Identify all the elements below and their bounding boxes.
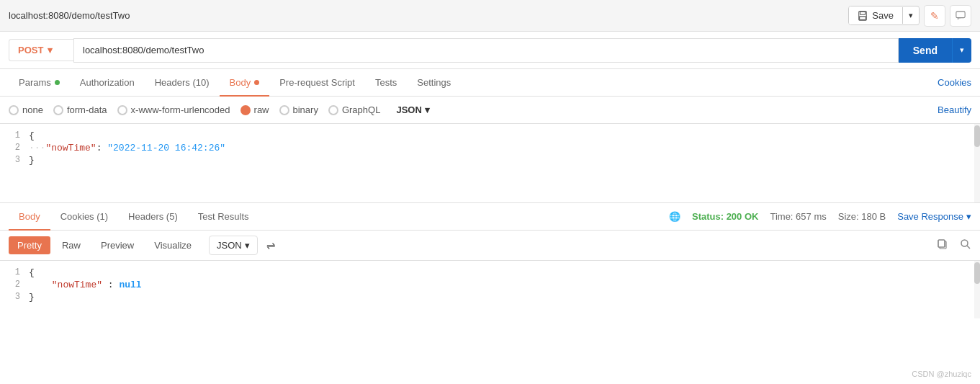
tab-body[interactable]: Body [220, 70, 270, 97]
url-bar: POST ▾ Send ▾ [0, 32, 980, 69]
tab-prerequest[interactable]: Pre-request Script [269, 70, 365, 97]
response-scrollbar[interactable] [974, 261, 980, 318]
tab-params[interactable]: Params [9, 70, 70, 97]
response-format-tabs: Pretty Raw Preview Visualize JSON ▾ ⇌ [0, 231, 980, 261]
fmt-tab-preview[interactable]: Preview [92, 236, 143, 254]
option-none[interactable]: none [9, 104, 43, 115]
radio-binary [279, 105, 289, 115]
svg-rect-1 [860, 11, 866, 14]
option-graphql[interactable]: GraphQL [328, 104, 380, 115]
req-line-3: 3 } [0, 154, 980, 166]
resp-tab-testresults[interactable]: Test Results [188, 204, 259, 231]
url-input[interactable] [73, 38, 899, 63]
radio-form-data [53, 105, 63, 115]
top-bar: localhost:8080/demo/testTwo Save ▾ ✎ [0, 0, 980, 32]
comment-button[interactable] [950, 5, 971, 27]
response-status: 🌐 Status: 200 OK Time: 657 ms Size: 180 … [669, 211, 971, 222]
tab-settings[interactable]: Settings [407, 70, 461, 97]
resp-tab-headers[interactable]: Headers (5) [118, 204, 188, 231]
method-label: POST [18, 45, 43, 55]
save-dropdown-arrow[interactable]: ▾ [902, 7, 919, 24]
tab-headers[interactable]: Headers (10) [145, 70, 220, 97]
wrap-icon[interactable]: ⇌ [266, 239, 276, 252]
svg-rect-2 [860, 16, 866, 19]
response-tabs: Body Cookies (1) Headers (5) Test Result… [0, 203, 980, 231]
option-binary[interactable]: binary [279, 104, 318, 115]
top-bar-actions: Save ▾ ✎ [848, 5, 971, 27]
method-arrow: ▾ [48, 45, 53, 55]
save-response-button[interactable]: Save Response ▾ [897, 211, 971, 222]
radio-urlencoded [117, 105, 127, 115]
svg-line-8 [967, 246, 970, 249]
size-text: Size: 180 B [838, 211, 886, 222]
option-form-data[interactable]: form-data [53, 104, 107, 115]
edit-button[interactable]: ✎ [924, 5, 945, 27]
method-dropdown[interactable]: POST ▾ [9, 39, 73, 61]
fmt-tab-raw[interactable]: Raw [53, 236, 89, 254]
svg-point-7 [961, 240, 968, 246]
page-title: localhost:8080/demo/testTwo [9, 10, 130, 21]
resp-tab-body[interactable]: Body [9, 204, 50, 231]
json-format-dropdown[interactable]: JSON ▾ [396, 104, 429, 115]
option-raw[interactable]: raw [240, 104, 269, 115]
resp-line-3: 3 } [0, 291, 980, 303]
body-dot [254, 80, 259, 85]
send-button[interactable]: Send [899, 38, 952, 63]
send-dropdown-arrow[interactable]: ▾ [952, 38, 971, 63]
resp-line-1: 1 { [0, 267, 980, 279]
save-button-group: Save ▾ [848, 6, 920, 25]
fmt-tab-visualize[interactable]: Visualize [145, 236, 200, 254]
response-format-dropdown[interactable]: JSON ▾ [209, 236, 258, 255]
comment-icon [956, 11, 966, 21]
response-editor[interactable]: 1 { 2 "nowTime" : null 3 } [0, 261, 980, 318]
send-button-group: Send ▾ [899, 38, 971, 63]
globe-icon: 🌐 [669, 211, 680, 222]
save-button[interactable]: Save [849, 6, 902, 24]
save-icon [858, 11, 868, 21]
watermark: CSDN @zhuziqc [912, 370, 971, 378]
response-scrollbar-thumb [974, 262, 980, 284]
radio-none [9, 105, 19, 115]
editor-scrollbar-thumb [974, 125, 980, 147]
resp-line-2: 2 "nowTime" : null [0, 279, 980, 291]
req-line-1: 1 { [0, 130, 980, 142]
body-options-row: none form-data x-www-form-urlencoded raw… [0, 97, 980, 124]
cookies-link[interactable]: Cookies [938, 77, 971, 88]
option-urlencoded[interactable]: x-www-form-urlencoded [117, 104, 230, 115]
radio-raw [240, 105, 251, 115]
editor-scrollbar[interactable] [974, 124, 980, 202]
params-dot [55, 80, 60, 85]
resp-tab-cookies[interactable]: Cookies (1) [50, 204, 118, 231]
radio-graphql [328, 105, 338, 115]
svg-rect-3 [956, 11, 965, 17]
beautify-button[interactable]: Beautify [938, 104, 971, 115]
request-tabs: Params Authorization Headers (10) Body P… [0, 69, 980, 97]
fmt-tab-pretty[interactable]: Pretty [9, 236, 50, 254]
tab-authorization[interactable]: Authorization [70, 70, 145, 97]
search-icon[interactable] [960, 238, 971, 252]
status-text: Status: 200 OK [692, 211, 758, 222]
tab-tests[interactable]: Tests [365, 70, 407, 97]
req-line-2: 2 ···"nowTime": "2022-11-20 16:42:26" [0, 142, 980, 154]
svg-rect-5 [938, 240, 945, 247]
copy-icon[interactable] [937, 238, 948, 252]
time-text: Time: 657 ms [770, 211, 826, 222]
request-editor[interactable]: 1 { 2 ···"nowTime": "2022-11-20 16:42:26… [0, 124, 980, 203]
